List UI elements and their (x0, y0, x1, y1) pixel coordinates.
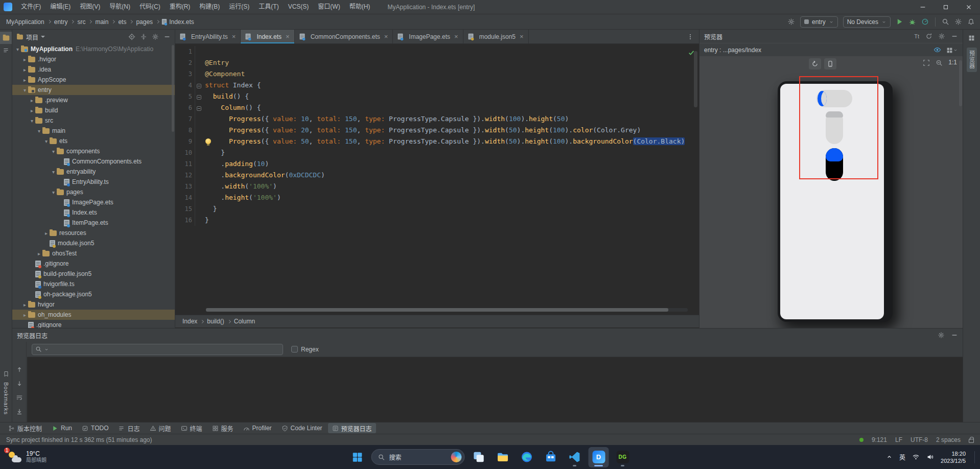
zoom-out-icon[interactable] (936, 59, 943, 66)
bell-icon[interactable] (967, 18, 975, 26)
show-desktop-divider[interactable] (974, 451, 975, 463)
chevron-down-icon[interactable]: ▾ (43, 138, 50, 144)
previewer-stripe-icon[interactable] (963, 32, 980, 44)
toolwindow-button-5[interactable]: 终端 (177, 423, 206, 433)
start-button[interactable] (347, 447, 368, 467)
chevron-down-icon[interactable]: ▾ (50, 169, 57, 175)
tree-item-6[interactable]: ▸build (12, 105, 175, 115)
intention-bulb-icon[interactable] (205, 138, 211, 144)
menu-item-4[interactable]: 代码(C) (135, 0, 165, 14)
settings-gear-icon[interactable] (954, 18, 962, 26)
close-icon[interactable]: × (286, 33, 290, 40)
indent-setting[interactable]: 2 spaces (936, 436, 961, 443)
taskbar-app-edge[interactable] (517, 447, 537, 467)
tab-options-button[interactable] (682, 30, 699, 43)
previewer-tab[interactable]: 预览器 (967, 48, 977, 72)
ime-indicator[interactable]: 英 (899, 453, 905, 461)
chevron-right-icon[interactable]: ▸ (43, 230, 50, 236)
editor-tab-4[interactable]: module.json5× (463, 30, 529, 43)
tree-item-4[interactable]: ▾entry (12, 85, 175, 95)
scroll-to-end-button[interactable] (16, 408, 23, 415)
previewer-scrollbar[interactable] (959, 60, 962, 106)
branch-icon[interactable] (8, 425, 15, 432)
services-icon[interactable] (212, 425, 219, 432)
tree-item-1[interactable]: ▸.hvigor (12, 54, 175, 64)
code-line-5[interactable]: 5− build() { (175, 91, 699, 102)
bookmarks-tab[interactable]: Bookmarks (2, 379, 10, 418)
more-dots-icon[interactable] (687, 33, 694, 40)
tree-item-8[interactable]: ▾main (12, 126, 175, 136)
code-line-12[interactable]: 12 .backgroundColor(0xDCDCDC) (175, 170, 699, 181)
regex-checkbox[interactable] (291, 346, 298, 353)
toolwindow-button-9[interactable]: 预览器日志 (328, 423, 376, 433)
search-icon[interactable] (942, 18, 949, 26)
chevron-down-icon[interactable]: ▾ (14, 46, 21, 52)
chevron-down-icon[interactable]: ▾ (36, 128, 42, 134)
taskbar-search[interactable]: 搜索 (371, 449, 465, 465)
breadcrumb-item-0[interactable]: MyApplication (5, 18, 45, 26)
tree-item-24[interactable]: oh-package.json5 (12, 289, 175, 299)
previewer-settings-button[interactable] (938, 33, 945, 40)
log-settings-button[interactable] (938, 332, 945, 339)
inspect-toggle-button[interactable] (934, 46, 941, 54)
tree-item-26[interactable]: ▸oh_modules (12, 310, 175, 320)
tree-item-15[interactable]: ImagePage.ets (12, 197, 175, 207)
search-icon[interactable] (378, 454, 385, 461)
todoi-icon[interactable] (82, 425, 88, 432)
log-search-box[interactable] (32, 344, 283, 355)
hide-minus-icon[interactable] (164, 33, 171, 40)
tree-item-2[interactable]: ▸.idea (12, 64, 175, 75)
code-line-16[interactable]: 16} (175, 215, 699, 226)
editor-tab-0[interactable]: EntryAbility.ts× (175, 30, 241, 43)
log-search-input[interactable] (51, 346, 279, 353)
tree-item-17[interactable]: ItemPage.ets (12, 218, 175, 228)
task-view-icon[interactable] (472, 451, 485, 463)
tree-item-14[interactable]: ▾pages (12, 187, 175, 197)
close-icon[interactable]: × (384, 33, 388, 40)
linter-icon[interactable] (282, 425, 288, 432)
toolwindow-button-0[interactable]: 版本控制 (4, 423, 46, 433)
previewer-gear-icon[interactable] (938, 33, 945, 40)
menu-item-6[interactable]: 构建(B) (195, 0, 224, 14)
tree-item-21[interactable]: .gitignore (12, 259, 175, 269)
taskbar-app-datagrip[interactable]: DG (613, 447, 633, 467)
chevron-right-icon[interactable]: ▸ (21, 312, 28, 318)
scroll-to-end-icon[interactable] (16, 408, 23, 415)
close-button[interactable] (957, 0, 980, 14)
font-size-button[interactable]: Tt (914, 33, 919, 39)
chevron-right-icon[interactable]: ▸ (21, 67, 28, 73)
debug-icon[interactable] (908, 18, 916, 26)
toolwindow-button-6[interactable]: 服务 (208, 423, 238, 433)
file-encoding[interactable]: UTF-8 (911, 436, 928, 443)
zoom-ratio-label[interactable]: 1:1 (948, 59, 957, 66)
breadcrumb-item-6[interactable]: Index.ets (168, 18, 195, 26)
toolwindow-button-1[interactable]: Run (48, 423, 76, 433)
menu-item-5[interactable]: 重构(R) (165, 0, 195, 14)
hide-minus-icon[interactable] (951, 332, 958, 339)
toolwindow-button-7[interactable]: Profiler (239, 423, 276, 433)
soft-wrap-button[interactable] (16, 394, 23, 402)
breadcrumb-item-1[interactable]: entry (53, 18, 69, 26)
chevron-down-icon[interactable]: ▾ (21, 87, 28, 93)
tree-item-16[interactable]: Index.ets (12, 207, 175, 218)
notifications-button[interactable] (967, 18, 975, 26)
search-everywhere-button[interactable] (942, 18, 949, 26)
collapse-all-button[interactable] (140, 33, 147, 41)
code-line-10[interactable]: 10 } (175, 147, 699, 158)
scroll-up-button[interactable] (16, 365, 23, 373)
refresh-preview-button[interactable] (925, 33, 932, 40)
code-line-3[interactable]: 3@Component (175, 68, 699, 80)
code-line-4[interactable]: 4−struct Index { (175, 80, 699, 91)
collapse-all-icon[interactable] (140, 33, 147, 40)
device-frame-button[interactable] (824, 58, 836, 69)
component-mode-button[interactable] (946, 46, 958, 53)
code-line-11[interactable]: 11 .padding(10) (175, 158, 699, 170)
tree-item-12[interactable]: ▾entryability (12, 167, 175, 177)
tree-item-10[interactable]: ▾components (12, 146, 175, 156)
taskbar-app-task-view[interactable] (469, 447, 489, 467)
chevron-right-icon[interactable]: ▸ (29, 98, 35, 103)
windows-start-icon[interactable] (352, 452, 363, 463)
chevron-down-icon[interactable] (829, 19, 834, 25)
tree-item-13[interactable]: EntryAbility.ts (12, 177, 175, 187)
tree-item-18[interactable]: ▸resources (12, 228, 175, 238)
